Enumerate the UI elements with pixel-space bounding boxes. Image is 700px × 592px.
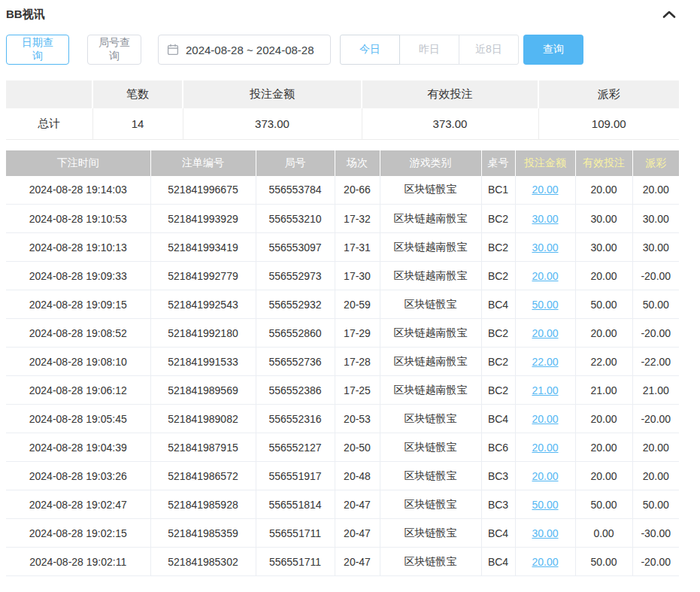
date-range-input[interactable]: 2024-08-28 ~ 2024-08-28 (158, 35, 331, 65)
bet-cell-valid: 20.00 (575, 319, 632, 348)
bet-cell-table_no: BC4 (481, 548, 515, 576)
bet-cell-payout: 21.00 (632, 376, 679, 405)
summary-value-cell: 373.00 (362, 108, 538, 139)
bet-cell-game: 区块链骰宝 (380, 462, 481, 490)
bets-header-row: 下注时间注单编号局号场次游戏类别桌号投注金额有效投注派彩 (6, 150, 679, 176)
bet-cell-session: 17-31 (335, 233, 380, 262)
bet-cell-session: 20-66 (335, 176, 380, 205)
bet-cell-session: 20-50 (335, 433, 380, 462)
bet-cell-round: 556551814 (256, 490, 335, 519)
bet-cell-bet_id: 521841993419 (150, 233, 256, 262)
bet-cell-round: 556551711 (256, 519, 335, 548)
bet-amount-link[interactable]: 20.00 (532, 270, 558, 282)
bet-cell-time: 2024-08-28 19:09:15 (6, 290, 150, 319)
bets-table: 下注时间注单编号局号场次游戏类别桌号投注金额有效投注派彩 2024-08-28 … (6, 150, 679, 577)
bet-cell-round: 556553784 (256, 176, 335, 205)
chevron-up-icon (662, 10, 676, 21)
bet-row: 2024-08-28 19:10:13521841993419556553097… (6, 233, 679, 262)
bet-cell-bet: 50.00 (515, 490, 575, 519)
bet-cell-round: 556552316 (256, 405, 335, 433)
bet-amount-link[interactable]: 50.00 (532, 499, 558, 511)
bet-cell-round: 556552736 (256, 348, 335, 376)
summary-value-cell: 14 (92, 108, 183, 139)
bet-cell-table_no: BC4 (481, 519, 515, 548)
page-title: BB视讯 (6, 8, 45, 22)
bet-amount-link[interactable]: 20.00 (532, 470, 558, 482)
bet-cell-game: 区块链骰宝 (380, 433, 481, 462)
bet-cell-table_no: BC1 (481, 176, 515, 205)
bet-cell-payout: -20.00 (632, 548, 679, 576)
bet-cell-bet_id: 521841992543 (150, 290, 256, 319)
date-query-tab[interactable]: 日期查询 (6, 35, 69, 65)
bet-cell-time: 2024-08-28 19:02:15 (6, 519, 150, 548)
bet-cell-valid: 50.00 (575, 290, 632, 319)
summary-value-cell: 109.00 (538, 108, 679, 139)
bet-cell-game: 区块链骰宝 (380, 548, 481, 576)
bet-amount-link[interactable]: 20.00 (532, 327, 558, 339)
bet-amount-link[interactable]: 30.00 (532, 527, 558, 539)
bet-amount-link[interactable]: 22.00 (532, 356, 558, 368)
bets-header-cell: 游戏类别 (380, 150, 481, 176)
bet-cell-game: 区块链越南骰宝 (380, 262, 481, 290)
summary-value-cell: 373.00 (183, 108, 362, 139)
bet-cell-payout: -22.00 (632, 348, 679, 376)
bet-cell-session: 17-25 (335, 376, 380, 405)
bet-amount-link[interactable]: 20.00 (532, 413, 558, 425)
bet-cell-valid: 21.00 (575, 376, 632, 405)
bets-header-cell: 投注金额 (515, 150, 575, 176)
quick-range-button-2[interactable]: 近8日 (459, 35, 519, 65)
summary-data-row: 总计14373.00373.00109.00 (6, 108, 679, 139)
quick-range-button-1[interactable]: 昨日 (399, 35, 459, 65)
summary-header-cell: 投注金额 (183, 80, 362, 108)
bet-cell-round: 556552860 (256, 319, 335, 348)
summary-header-cell (6, 80, 92, 108)
summary-header-cell: 派彩 (538, 80, 679, 108)
bet-amount-link[interactable]: 21.00 (532, 384, 558, 396)
bets-header-cell: 场次 (335, 150, 380, 176)
panel-header: BB视讯 (6, 5, 679, 24)
bet-row: 2024-08-28 19:02:15521841985359556551711… (6, 519, 679, 548)
bet-cell-table_no: BC2 (481, 376, 515, 405)
bet-cell-session: 17-30 (335, 262, 380, 290)
bet-amount-link[interactable]: 20.00 (532, 184, 558, 196)
bet-amount-link[interactable]: 50.00 (532, 299, 558, 311)
bet-row: 2024-08-28 19:04:39521841987915556552127… (6, 433, 679, 462)
bet-amount-link[interactable]: 20.00 (532, 442, 558, 454)
bet-cell-time: 2024-08-28 19:06:12 (6, 376, 150, 405)
bet-cell-session: 20-53 (335, 405, 380, 433)
summary-value-cell: 总计 (6, 108, 92, 139)
bet-cell-session: 20-47 (335, 548, 380, 576)
bet-cell-game: 区块链骰宝 (380, 176, 481, 205)
bet-cell-payout: 50.00 (632, 290, 679, 319)
bet-cell-valid: 20.00 (575, 405, 632, 433)
quick-range-button-0[interactable]: 今日 (340, 35, 400, 65)
bet-amount-link[interactable]: 20.00 (532, 556, 558, 568)
bet-cell-bet_id: 521841996675 (150, 176, 256, 205)
bet-cell-table_no: BC2 (481, 262, 515, 290)
bet-row: 2024-08-28 19:06:12521841989569556552386… (6, 376, 679, 405)
bet-cell-valid: 20.00 (575, 462, 632, 490)
bet-amount-link[interactable]: 30.00 (532, 213, 558, 225)
bet-cell-session: 17-28 (335, 348, 380, 376)
bet-cell-session: 20-47 (335, 490, 380, 519)
bet-cell-valid: 22.00 (575, 348, 632, 376)
bet-cell-table_no: BC2 (481, 319, 515, 348)
bet-cell-round: 556552932 (256, 290, 335, 319)
bet-cell-bet_id: 521841991533 (150, 348, 256, 376)
bet-cell-payout: 30.00 (632, 205, 679, 233)
bet-cell-bet_id: 521841989569 (150, 376, 256, 405)
search-button[interactable]: 查询 (523, 35, 583, 65)
bet-cell-round: 556552127 (256, 433, 335, 462)
bet-cell-time: 2024-08-28 19:02:47 (6, 490, 150, 519)
bet-cell-bet: 20.00 (515, 548, 575, 576)
collapse-panel-button[interactable] (659, 9, 679, 20)
bet-amount-link[interactable]: 30.00 (532, 241, 558, 253)
bet-cell-bet_id: 521841986572 (150, 462, 256, 490)
bet-cell-game: 区块链骰宝 (380, 290, 481, 319)
bet-cell-bet_id: 521841992779 (150, 262, 256, 290)
bet-cell-payout: 20.00 (632, 462, 679, 490)
round-query-tab[interactable]: 局号查询 (87, 35, 141, 65)
bet-cell-game: 区块链越南骰宝 (380, 348, 481, 376)
bets-header-cell: 派彩 (632, 150, 679, 176)
bet-cell-bet: 50.00 (515, 290, 575, 319)
